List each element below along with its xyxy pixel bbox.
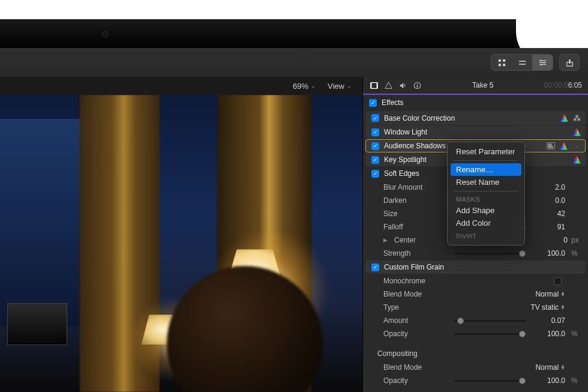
inspector-body: ✓ Effects ✓ Base Color Correction ⁂ ✓ Wi…: [363, 95, 588, 392]
inspector-panel: Take 5 00:00:06:05 ✓ Effects ✓ Base Colo…: [362, 77, 588, 392]
effect-name: Window Light: [384, 128, 568, 136]
menu-separator: [454, 191, 518, 191]
audio-tab-icon[interactable]: [398, 80, 407, 90]
menu-add-color[interactable]: Add Color: [448, 217, 524, 229]
grid-icon: [498, 59, 506, 67]
viewer-canvas[interactable]: [0, 95, 362, 392]
share-button[interactable]: [559, 54, 580, 71]
svg-rect-3: [503, 64, 505, 66]
param-value[interactable]: 100.0: [535, 330, 565, 338]
svg-rect-1: [503, 59, 505, 61]
stepper-icon: ▲▼: [560, 305, 565, 310]
colorwheel-icon[interactable]: [560, 114, 568, 122]
menu-add-shape[interactable]: Add Shape: [448, 204, 524, 217]
slider[interactable]: [454, 333, 526, 335]
effect-checkbox[interactable]: ✓: [371, 128, 379, 136]
slider-knob[interactable]: [457, 318, 464, 324]
menu-masks-header: MASKS: [448, 194, 524, 204]
colorwheel-icon[interactable]: [573, 156, 581, 164]
colorwheel-icon[interactable]: [573, 128, 581, 136]
param-value[interactable]: 0.07: [535, 316, 565, 325]
slider-knob[interactable]: [519, 378, 526, 384]
param-value[interactable]: 42: [535, 210, 565, 218]
zoom-value: 69%: [293, 82, 308, 91]
param-value[interactable]: 0.0: [535, 196, 565, 205]
viewer-panel: 69% ⌄ View ⌄: [0, 77, 362, 392]
effect-checkbox[interactable]: ✓: [371, 142, 379, 150]
param-value[interactable]: 91: [535, 223, 565, 231]
share-icon: [566, 59, 574, 67]
slider[interactable]: [454, 253, 526, 255]
effect-checkbox[interactable]: ✓: [371, 264, 379, 271]
effect-custom-film-grain[interactable]: ✓ Custom Film Grain: [365, 261, 586, 274]
menu-rename[interactable]: Rename…: [451, 163, 521, 176]
disclosure-triangle[interactable]: ▶: [383, 237, 389, 243]
laptop-bezel: [0, 19, 588, 48]
param-comp-opacity: Opacity 100.0 %: [363, 374, 588, 387]
param-value[interactable]: 2.0: [535, 183, 565, 191]
filter-tab-icon[interactable]: [383, 80, 393, 90]
colorwheel-icon[interactable]: [560, 142, 568, 150]
svg-rect-14: [370, 82, 371, 88]
blend-mode-popup[interactable]: Normal ▲▼: [527, 290, 565, 298]
svg-rect-5: [518, 64, 525, 65]
camera-dot: [102, 31, 108, 37]
svg-rect-18: [416, 85, 418, 87]
mask-icon[interactable]: [547, 142, 555, 149]
param-strength: Strength 100.0 %: [363, 247, 588, 260]
svg-point-9: [539, 59, 541, 61]
chevron-down-icon[interactable]: ⌄: [572, 143, 581, 149]
effect-base-color-correction[interactable]: ✓ Base Color Correction ⁂: [365, 111, 586, 125]
laptop-frame: 69% ⌄ View ⌄: [0, 19, 588, 392]
param-amount: Amount 0.07: [363, 314, 588, 327]
clip-name: Take 5: [427, 81, 539, 89]
view-label: View: [328, 82, 344, 91]
svg-point-17: [416, 83, 418, 85]
popup-value: Normal: [535, 290, 559, 298]
inspector-header: Take 5 00:00:06:05: [363, 77, 588, 95]
view-dropdown[interactable]: View ⌄: [328, 82, 352, 91]
layout-list-button[interactable]: [512, 55, 532, 70]
param-monochrome: Monochrome: [363, 274, 588, 288]
param-value[interactable]: 100.0: [535, 249, 565, 258]
chevron-down-icon: ⌄: [347, 83, 352, 89]
info-tab-icon[interactable]: [412, 80, 422, 90]
slider[interactable]: [454, 320, 526, 322]
layout-segmented-control: [491, 54, 553, 71]
effect-window-light[interactable]: ✓ Window Light: [365, 125, 586, 139]
effect-checkbox[interactable]: ✓: [371, 170, 379, 178]
svg-rect-7: [539, 62, 545, 62]
param-type: Type TV static ▲▼: [363, 301, 588, 314]
menu-reset-name[interactable]: Reset Name: [448, 176, 524, 188]
effect-name: Base Color Correction: [384, 114, 556, 122]
effect-checkbox[interactable]: ✓: [371, 114, 379, 122]
svg-rect-8: [539, 64, 545, 64]
param-value[interactable]: 100.0: [535, 376, 565, 385]
effects-checkbox[interactable]: ✓: [369, 99, 377, 107]
slider[interactable]: [454, 380, 526, 382]
wand-icon[interactable]: ⁂: [573, 113, 581, 122]
comp-blend-popup[interactable]: Normal ▲▼: [527, 363, 565, 372]
zoom-dropdown[interactable]: 69% ⌄: [293, 82, 316, 91]
menu-reset-parameter[interactable]: Reset Parameter: [448, 145, 524, 158]
chevron-down-icon: ⌄: [311, 83, 316, 89]
timecode: 00:00:06:05: [544, 81, 582, 89]
stepper-icon: ▲▼: [560, 292, 565, 297]
param-value[interactable]: 0: [538, 236, 568, 244]
popup-value: TV static: [530, 303, 559, 312]
compositing-section-header[interactable]: Compositing: [363, 346, 588, 361]
layout-grid-button[interactable]: [491, 55, 512, 70]
slider-knob[interactable]: [519, 250, 526, 257]
monochrome-checkbox[interactable]: [554, 277, 562, 285]
effect-checkbox[interactable]: ✓: [371, 156, 379, 164]
effects-label: Effects: [382, 98, 403, 107]
layout-inspector-button[interactable]: [532, 55, 553, 70]
app-screen: 69% ⌄ View ⌄: [0, 48, 588, 392]
inspector-scroll[interactable]: ✓ Effects ✓ Base Color Correction ⁂ ✓ Wi…: [363, 95, 588, 392]
type-popup[interactable]: TV static ▲▼: [515, 303, 565, 312]
effects-section-header[interactable]: ✓ Effects: [363, 95, 588, 110]
video-tab-icon[interactable]: [369, 80, 379, 90]
slider-knob[interactable]: [519, 331, 526, 337]
svg-point-10: [543, 61, 545, 63]
list-icon: [518, 59, 526, 67]
